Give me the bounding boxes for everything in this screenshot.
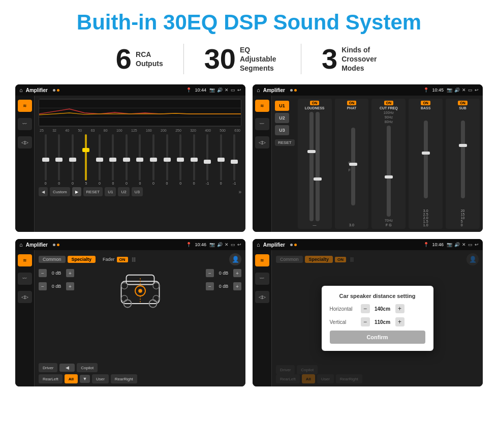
sidebar-speaker-btn-3[interactable]: ◁▷ [18, 291, 32, 303]
vertical-minus-btn[interactable]: − [361, 317, 370, 326]
back-icon-2[interactable]: ↩ [475, 87, 479, 93]
sidebar-eq-btn-4[interactable]: ≋ [255, 254, 269, 266]
slider-thumb-40[interactable] [69, 158, 76, 162]
back-icon-1[interactable]: ↩ [237, 87, 241, 93]
vertical-plus-btn[interactable]: + [395, 317, 404, 326]
on-btn-3[interactable]: ON [117, 257, 128, 262]
slider-track-25[interactable] [45, 134, 47, 181]
db-plus-3[interactable]: + [233, 269, 241, 277]
slider-thumb-63[interactable] [96, 158, 103, 162]
u2-btn[interactable]: U2 [275, 113, 289, 123]
btn-rearleft-3[interactable]: RearLeft [39, 374, 63, 383]
sub-slider[interactable] [461, 121, 465, 198]
slider-630[interactable]: -1 [228, 134, 240, 185]
arrow-down-3[interactable]: ▼ [80, 375, 90, 383]
slider-track-63[interactable] [99, 134, 101, 181]
u3-btn[interactable]: U3 [275, 125, 289, 135]
horizontal-minus-btn[interactable]: − [361, 304, 370, 313]
slider-125[interactable]: 0 [134, 134, 146, 185]
eq-u2-btn[interactable]: U2 [118, 187, 129, 196]
eq-reset-btn[interactable]: RESET [83, 187, 103, 196]
loudness-slider-1[interactable] [309, 112, 314, 221]
slider-thumb-25[interactable] [42, 158, 49, 162]
sidebar-wave-btn-2[interactable]: 〰 [255, 118, 269, 130]
arrows-left-3[interactable]: ◀ [59, 364, 75, 372]
db-minus-4[interactable]: − [206, 282, 214, 290]
slider-track-400[interactable] [206, 134, 208, 181]
slider-400[interactable]: -1 [201, 134, 213, 185]
eq-u1-btn[interactable]: U1 [105, 187, 116, 196]
eq-custom-btn[interactable]: Custom [50, 187, 70, 196]
slider-track-50[interactable] [85, 134, 87, 181]
slider-track-250[interactable] [179, 134, 181, 181]
phat-slider[interactable] [351, 128, 355, 205]
slider-thumb-160[interactable] [150, 158, 157, 162]
on-sub[interactable]: ON [458, 101, 468, 105]
sidebar-speaker-btn-4[interactable]: ◁▷ [255, 291, 269, 303]
slider-thumb-100[interactable] [123, 158, 130, 162]
slider-50[interactable]: 5 [80, 134, 92, 185]
eq-arrow-right[interactable]: » [238, 189, 241, 195]
sidebar-eq-btn[interactable]: ≋ [18, 100, 32, 112]
slider-track-40[interactable] [72, 134, 74, 181]
sidebar-eq-btn-3[interactable]: ≋ [18, 254, 32, 266]
slider-track-500[interactable] [220, 134, 222, 181]
slider-250[interactable]: 0 [174, 134, 186, 185]
eq-play-btn[interactable]: ▶ [72, 187, 81, 196]
u1-btn[interactable]: U1 [275, 101, 289, 111]
home-icon-2[interactable]: ⌂ [257, 87, 260, 93]
slider-320[interactable]: 0 [188, 134, 200, 185]
slider-thumb-32[interactable] [55, 158, 63, 162]
on-bass[interactable]: ON [421, 101, 430, 105]
btn-user-3[interactable]: User [92, 374, 109, 383]
slider-32[interactable]: 0 [53, 134, 66, 185]
sidebar-eq-btn-2[interactable]: ≋ [255, 100, 269, 112]
sidebar-wave-btn-3[interactable]: 〰 [18, 273, 32, 285]
cutfreq-slider[interactable] [387, 126, 391, 217]
back-icon-3[interactable]: ↩ [237, 242, 241, 247]
bass-slider[interactable] [424, 121, 428, 198]
slider-thumb-125[interactable] [136, 158, 143, 162]
btn-driver-3[interactable]: Driver [39, 363, 57, 372]
db-minus-1[interactable]: − [39, 269, 47, 277]
slider-thumb-200[interactable] [164, 158, 171, 162]
slider-63[interactable]: 0 [94, 134, 106, 185]
loudness-slider-2[interactable] [316, 112, 320, 221]
on-loudness[interactable]: ON [310, 101, 320, 105]
slider-160[interactable]: 0 [147, 134, 160, 185]
home-icon-4[interactable]: ⌂ [257, 242, 260, 248]
slider-25[interactable]: 0 [40, 134, 52, 185]
slider-track-320[interactable] [193, 134, 195, 181]
person-3[interactable]: 👤 [229, 253, 241, 265]
confirm-button[interactable]: Confirm [330, 331, 425, 344]
db-plus-2[interactable]: + [66, 282, 74, 290]
slider-track-32[interactable] [58, 134, 60, 181]
db-plus-4[interactable]: + [233, 282, 241, 290]
slider-track-80[interactable] [112, 134, 114, 181]
slider-thumb-250[interactable] [177, 158, 184, 162]
slider-thumb-80[interactable] [109, 158, 116, 162]
slider-40[interactable]: 0 [67, 134, 79, 185]
sidebar-wave-btn[interactable]: 〰 [18, 118, 32, 130]
slider-thumb-630[interactable] [231, 160, 238, 164]
db-plus-1[interactable]: + [66, 269, 74, 277]
slider-500[interactable]: 0 [215, 134, 227, 185]
horizontal-plus-btn[interactable]: + [395, 304, 404, 313]
db-minus-3[interactable]: − [206, 269, 214, 277]
slider-track-125[interactable] [139, 134, 141, 181]
slider-200[interactable]: 0 [161, 134, 173, 185]
sidebar-wave-btn-4[interactable]: 〰 [255, 273, 269, 285]
slider-track-630[interactable] [233, 134, 235, 181]
eq-prev-btn[interactable]: ◀ [39, 187, 48, 196]
reset-btn-2[interactable]: RESET [275, 139, 295, 146]
eq-u3-btn[interactable]: U3 [132, 187, 143, 196]
slider-thumb-320[interactable] [191, 158, 198, 162]
on-cutfreq[interactable]: ON [384, 101, 394, 105]
slider-100[interactable]: 0 [120, 134, 133, 185]
slider-80[interactable]: 0 [107, 134, 119, 185]
slider-track-200[interactable] [166, 134, 168, 181]
home-icon-3[interactable]: ⌂ [19, 242, 23, 248]
slider-thumb-500[interactable] [217, 158, 225, 162]
home-icon-1[interactable]: ⌂ [19, 87, 23, 93]
slider-track-160[interactable] [152, 134, 154, 181]
